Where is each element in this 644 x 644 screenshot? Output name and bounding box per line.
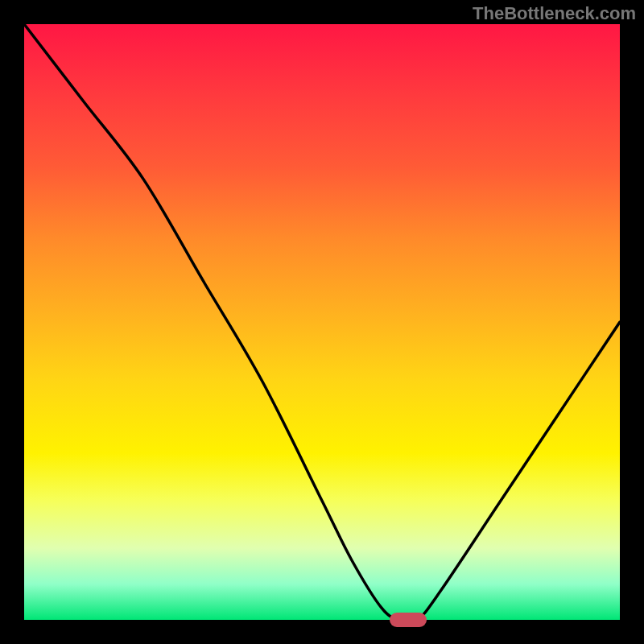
chart-wrapper: TheBottleneck.com [0, 0, 644, 644]
attribution-label: TheBottleneck.com [473, 3, 636, 24]
optimal-marker [390, 613, 427, 627]
bottleneck-curve [24, 24, 620, 620]
plot-area [24, 24, 620, 620]
